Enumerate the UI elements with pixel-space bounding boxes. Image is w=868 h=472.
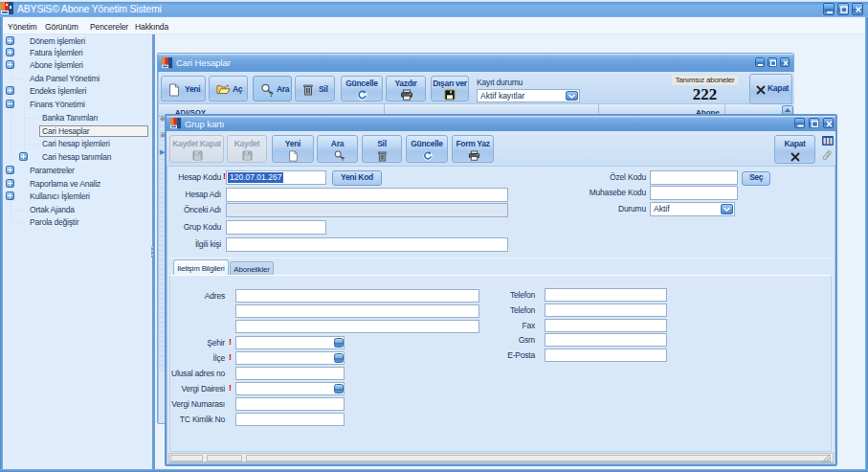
svg-text:?: ? <box>269 91 273 98</box>
svg-text:?: ? <box>341 156 345 162</box>
